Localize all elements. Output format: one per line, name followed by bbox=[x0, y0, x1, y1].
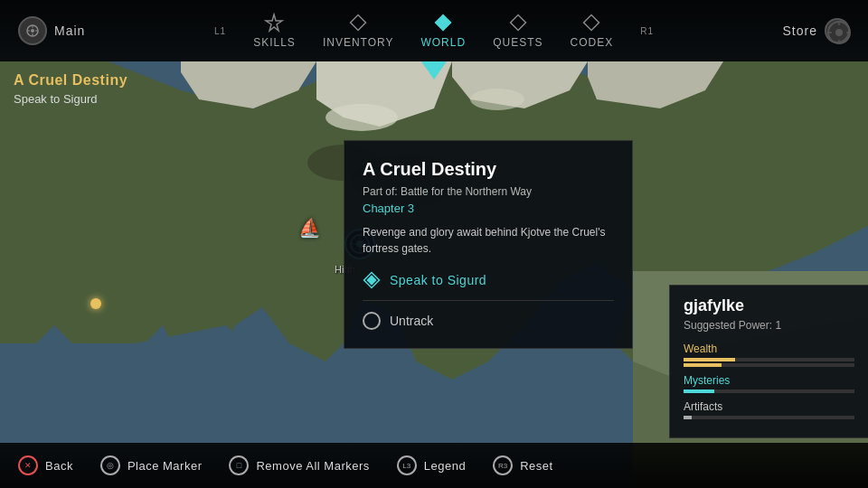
legend-label: Legend bbox=[424, 459, 466, 473]
svg-rect-25 bbox=[436, 15, 451, 31]
region-power: Suggested Power: 1 bbox=[684, 319, 854, 332]
svg-point-7 bbox=[470, 89, 524, 110]
wealth-bar bbox=[684, 358, 854, 361]
nav-item-inventory[interactable]: Inventory bbox=[323, 13, 394, 49]
right-region-panel: gjafylke Suggested Power: 1 Wealth Myste… bbox=[669, 285, 868, 438]
mission-subtitle: Speak to Sigurd bbox=[14, 92, 127, 106]
quest-description: Revenge and glory await behind Kjotve th… bbox=[363, 224, 614, 257]
wealth-stat-row: Wealth bbox=[684, 343, 854, 367]
reset-button[interactable]: R3 Reset bbox=[493, 455, 552, 475]
nav-item-skills[interactable]: Skills bbox=[253, 13, 296, 49]
quest-action-label: Speak to Sigurd bbox=[390, 273, 486, 287]
quest-popup-panel: A Cruel Destiny Part of: Battle for the … bbox=[344, 140, 633, 349]
nav-item-codex[interactable]: Codex bbox=[570, 13, 613, 49]
map-ship-icon: ⛵ bbox=[298, 217, 321, 239]
back-label: Back bbox=[45, 459, 73, 473]
svg-point-18 bbox=[31, 29, 34, 33]
store-icon[interactable] bbox=[825, 18, 850, 43]
reset-icon: R3 bbox=[493, 455, 513, 475]
nav-left: Main bbox=[18, 16, 85, 45]
artifacts-bar bbox=[684, 416, 854, 419]
main-title: Main bbox=[54, 23, 85, 38]
untrack-label: Untrack bbox=[390, 314, 433, 328]
mission-title: A Cruel Destiny bbox=[14, 72, 127, 89]
back-icon: ✕ bbox=[18, 455, 38, 475]
nav-l1[interactable]: L1 bbox=[214, 26, 226, 36]
untrack-circle-icon bbox=[363, 312, 381, 330]
map-collectible-dot bbox=[90, 298, 101, 309]
nav-item-world[interactable]: World bbox=[420, 13, 466, 49]
place-marker-label: Place Marker bbox=[127, 459, 203, 473]
wealth-fill-2 bbox=[684, 363, 722, 367]
action-diamond-icon bbox=[363, 271, 381, 289]
legend-icon: L3 bbox=[397, 455, 417, 475]
quest-title: A Cruel Destiny bbox=[363, 159, 614, 180]
quest-part-of: Part of: Battle for the Northern Way bbox=[363, 185, 614, 198]
wealth-label: Wealth bbox=[684, 343, 854, 355]
left-mission-panel: A Cruel Destiny Speak to Sigurd bbox=[14, 72, 127, 106]
main-menu-icon[interactable] bbox=[18, 16, 47, 45]
mysteries-fill bbox=[684, 389, 714, 393]
nav-center: L1 Skills Inventory World bbox=[214, 13, 654, 49]
remove-markers-button[interactable]: □ Remove All Markers bbox=[229, 455, 369, 475]
remove-markers-label: Remove All Markers bbox=[256, 459, 369, 473]
store-label[interactable]: Store bbox=[783, 23, 817, 38]
svg-rect-27 bbox=[584, 15, 599, 31]
bottom-navigation: ✕ Back ◎ Place Marker □ Remove All Marke… bbox=[0, 443, 868, 488]
reset-label: Reset bbox=[520, 459, 552, 473]
quest-untrack-action[interactable]: Untrack bbox=[363, 312, 614, 330]
mysteries-stat-row: Mysteries bbox=[684, 374, 854, 393]
nav-right: Store bbox=[783, 18, 850, 43]
svg-rect-26 bbox=[510, 15, 525, 31]
remove-markers-icon: □ bbox=[229, 455, 249, 475]
wealth-fill-1 bbox=[684, 358, 735, 361]
svg-point-29 bbox=[835, 29, 843, 36]
place-marker-icon: ◎ bbox=[100, 455, 120, 475]
nav-item-quests[interactable]: Quests bbox=[493, 13, 542, 49]
quest-chapter: Chapter 3 bbox=[363, 202, 614, 215]
artifacts-label: Artifacts bbox=[684, 400, 854, 413]
nav-r1[interactable]: R1 bbox=[640, 26, 654, 36]
quest-speak-action[interactable]: Speak to Sigurd bbox=[363, 271, 614, 301]
wealth-bar-2 bbox=[684, 363, 854, 367]
legend-button[interactable]: L3 Legend bbox=[397, 455, 466, 475]
mysteries-bar bbox=[684, 389, 854, 393]
region-name: gjafylke bbox=[684, 296, 854, 315]
place-marker-button[interactable]: ◎ Place Marker bbox=[100, 455, 203, 475]
back-button[interactable]: ✕ Back bbox=[18, 455, 73, 475]
top-navigation: Main L1 Skills Inventory World bbox=[0, 0, 868, 61]
mysteries-label: Mysteries bbox=[684, 374, 854, 387]
map-direction-marker bbox=[421, 61, 447, 80]
svg-point-6 bbox=[326, 104, 398, 131]
artifacts-fill bbox=[684, 416, 692, 419]
svg-rect-24 bbox=[351, 15, 366, 31]
artifacts-stat-row: Artifacts bbox=[684, 400, 854, 419]
svg-marker-23 bbox=[267, 14, 283, 31]
